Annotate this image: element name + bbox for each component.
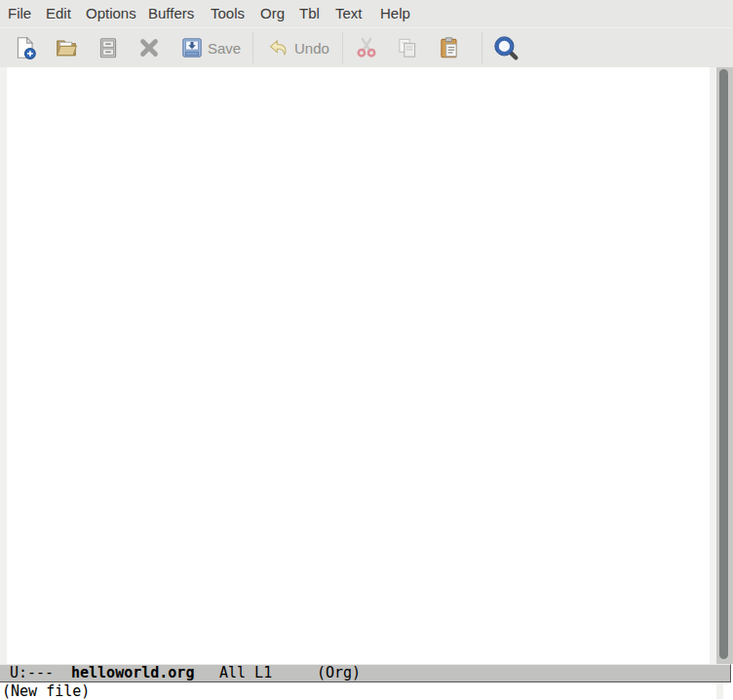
menu-help[interactable]: Help xyxy=(380,0,410,27)
modeline-position: All L1 xyxy=(219,665,272,681)
emacs-frame: File Edit Options Buffers Tools Org Tbl … xyxy=(0,0,733,700)
menu-tbl[interactable]: Tbl xyxy=(299,0,320,27)
modeline-major-mode: (Org) xyxy=(317,665,361,681)
right-fringe xyxy=(710,67,716,664)
cut-button[interactable] xyxy=(354,33,379,62)
paste-clipboard-icon xyxy=(437,35,462,60)
save-button-label: Save xyxy=(208,40,241,57)
modeline-buffer-name: helloworld.org xyxy=(71,665,194,681)
dired-button[interactable] xyxy=(96,33,121,62)
echo-area-fringe xyxy=(716,682,723,699)
menu-edit[interactable]: Edit xyxy=(46,0,71,27)
mode-line[interactable]: U:--- helloworld.org All L1 (Org) xyxy=(0,664,731,682)
toolbar-separator xyxy=(342,32,343,63)
search-icon xyxy=(492,34,520,61)
paste-button[interactable] xyxy=(437,33,462,62)
menu-options[interactable]: Options xyxy=(86,0,136,27)
cut-scissors-icon xyxy=(354,35,379,60)
tool-bar: Save Undo xyxy=(0,27,733,67)
toolbar-separator xyxy=(482,32,482,63)
menu-text[interactable]: Text xyxy=(335,0,363,27)
menu-bar: File Edit Options Buffers Tools Org Tbl … xyxy=(0,0,733,27)
search-button[interactable] xyxy=(492,33,520,62)
undo-icon xyxy=(266,35,291,60)
new-file-button[interactable] xyxy=(13,33,38,62)
new-file-icon xyxy=(13,35,38,60)
copy-icon xyxy=(395,35,420,60)
undo-button-label: Undo xyxy=(294,40,329,57)
text-buffer[interactable] xyxy=(0,67,733,664)
undo-button[interactable]: Undo xyxy=(266,33,329,62)
close-icon xyxy=(136,35,162,60)
toolbar-separator xyxy=(252,32,253,63)
menu-file[interactable]: File xyxy=(8,0,31,27)
menu-org[interactable]: Org xyxy=(260,0,285,27)
left-fringe xyxy=(0,67,7,664)
modeline-status: U:--- xyxy=(10,665,54,681)
echo-area: (New file) xyxy=(0,682,733,700)
scrollbar-thumb[interactable] xyxy=(719,69,728,659)
open-file-button[interactable] xyxy=(54,33,79,62)
save-button[interactable]: Save xyxy=(179,33,241,62)
file-cabinet-icon xyxy=(96,35,121,60)
save-icon xyxy=(179,35,205,60)
menu-tools[interactable]: Tools xyxy=(211,0,245,27)
vertical-scrollbar[interactable] xyxy=(716,67,733,664)
menu-buffers[interactable]: Buffers xyxy=(148,0,194,27)
copy-button[interactable] xyxy=(395,33,420,62)
open-folder-icon xyxy=(54,35,79,60)
kill-buffer-button[interactable] xyxy=(136,33,162,62)
